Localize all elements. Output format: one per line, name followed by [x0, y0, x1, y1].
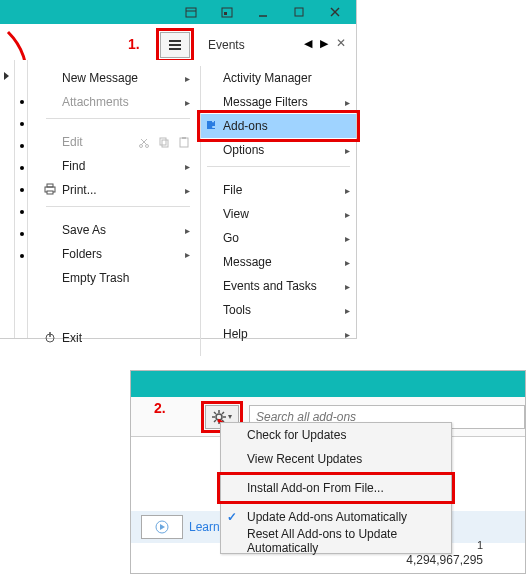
menu-activity-manager[interactable]: Activity Manager [201, 66, 356, 90]
menu-edit: Edit [40, 130, 196, 154]
menu-new-message[interactable]: New Message ▸ [40, 66, 196, 90]
menu-label: Reset All Add-ons to Update Automaticall… [247, 527, 443, 555]
menu-label: New Message [62, 71, 138, 85]
menu-print[interactable]: Print... ▸ [40, 178, 196, 202]
chevron-right-icon: ▸ [185, 185, 190, 196]
paste-icon [178, 136, 190, 148]
svg-line-31 [214, 420, 216, 422]
calendar-today-icon[interactable] [184, 5, 198, 19]
menu-label: Folders [62, 247, 102, 261]
menu-label: Find [62, 159, 85, 173]
menu-label: Attachments [62, 95, 129, 109]
minimize-icon[interactable] [256, 5, 270, 19]
menu-message[interactable]: Message ▸ [201, 250, 356, 274]
menu-label: Tools [223, 303, 251, 317]
menu-install-from-file[interactable]: Install Add-on From File... [221, 476, 451, 500]
menu-separator [46, 206, 190, 214]
count-small: 1 [477, 539, 483, 551]
svg-marker-33 [160, 524, 165, 530]
menu-label: Edit [62, 135, 83, 149]
chevron-right-icon: ▸ [345, 233, 350, 244]
next-icon[interactable]: ▶ [320, 37, 328, 50]
svg-rect-5 [295, 8, 303, 16]
menu-update-auto[interactable]: ✓ Update Add-ons Automatically [221, 505, 451, 529]
menu-separator [46, 118, 190, 126]
edit-icons [138, 136, 190, 148]
svg-rect-19 [47, 184, 53, 187]
app-menu-column-1: New Message ▸ Attachments ▸ Edit Find ▸ [40, 66, 196, 350]
window-titlebar [0, 0, 356, 24]
svg-rect-14 [160, 138, 166, 145]
app-menu-panel: New Message ▸ Attachments ▸ Edit Find ▸ [0, 60, 356, 338]
menu-label: Message Filters [223, 95, 308, 109]
menu-tools[interactable]: Tools ▸ [201, 298, 356, 322]
prev-icon[interactable]: ◀ [304, 37, 312, 50]
menu-message-filters[interactable]: Message Filters ▸ [201, 90, 356, 114]
svg-rect-3 [224, 12, 227, 15]
calendar-event-icon[interactable] [220, 5, 234, 19]
chevron-right-icon: ▸ [345, 209, 350, 220]
close-icon[interactable] [328, 5, 342, 19]
chevron-right-icon: ▸ [185, 225, 190, 236]
menu-separator [225, 473, 447, 474]
puzzle-icon [203, 118, 219, 135]
menu-reset-auto[interactable]: Reset All Add-ons to Update Automaticall… [221, 529, 451, 553]
print-icon [42, 183, 58, 198]
app-menu-column-2: Activity Manager Message Filters ▸ Add-o… [200, 66, 356, 356]
menu-separator [225, 502, 447, 503]
menu-label: Print... [62, 183, 97, 197]
menu-events-tasks[interactable]: Events and Tasks ▸ [201, 274, 356, 298]
menu-empty-trash[interactable]: Empty Trash [40, 266, 196, 290]
menu-label: Message [223, 255, 272, 269]
menu-label: Check for Updates [247, 428, 346, 442]
chevron-right-icon: ▸ [345, 97, 350, 108]
menu-label: Install Add-on From File... [247, 481, 384, 495]
learn-label: Learn [189, 520, 220, 534]
menu-save-as[interactable]: Save As ▸ [40, 218, 196, 242]
menu-label: Help [223, 327, 248, 341]
maximize-icon[interactable] [292, 5, 306, 19]
svg-point-13 [146, 145, 149, 148]
copy-icon [158, 136, 170, 148]
menu-check-updates[interactable]: Check for Updates [221, 423, 451, 447]
chevron-right-icon: ▸ [185, 73, 190, 84]
cut-icon [138, 136, 150, 148]
menu-label: Options [223, 143, 264, 157]
power-icon [42, 331, 58, 346]
video-thumb-icon [141, 515, 183, 539]
menu-label: Update Add-ons Automatically [247, 510, 407, 524]
svg-line-30 [222, 412, 224, 414]
menu-folders[interactable]: Folders ▸ [40, 242, 196, 266]
menu-label: View [223, 207, 249, 221]
menu-options[interactable]: Options ▸ [201, 138, 356, 162]
menu-file[interactable]: File ▸ [201, 178, 356, 202]
chevron-right-icon: ▸ [345, 305, 350, 316]
menu-go[interactable]: Go ▸ [201, 226, 356, 250]
chevron-right-icon: ▸ [185, 249, 190, 260]
close-panel-icon[interactable]: ✕ [336, 36, 346, 50]
svg-line-28 [214, 412, 216, 414]
sidebar-gutter [0, 60, 28, 338]
menu-exit[interactable]: Exit [40, 326, 196, 350]
step-1-label: 1. [128, 36, 140, 52]
app-menu-button[interactable] [160, 32, 190, 58]
svg-point-12 [140, 145, 143, 148]
chevron-right-icon: ▸ [345, 145, 350, 156]
menu-label: Go [223, 231, 239, 245]
chevron-right-icon: ▸ [185, 97, 190, 108]
menu-label: Events and Tasks [223, 279, 317, 293]
menu-addons[interactable]: Add-ons [201, 114, 356, 138]
menu-view-recent-updates[interactable]: View Recent Updates [221, 447, 451, 471]
menu-label: Activity Manager [223, 71, 312, 85]
menu-label: File [223, 183, 242, 197]
events-panel-title: Events [208, 38, 245, 52]
menu-label: Empty Trash [62, 271, 129, 285]
svg-rect-15 [162, 140, 168, 147]
svg-rect-17 [182, 137, 186, 139]
menu-view[interactable]: View ▸ [201, 202, 356, 226]
chevron-right-icon: ▸ [345, 281, 350, 292]
menu-label: Add-ons [223, 119, 268, 133]
menu-attachments: Attachments ▸ [40, 90, 196, 114]
menu-help[interactable]: Help ▸ [201, 322, 356, 346]
menu-find[interactable]: Find ▸ [40, 154, 196, 178]
